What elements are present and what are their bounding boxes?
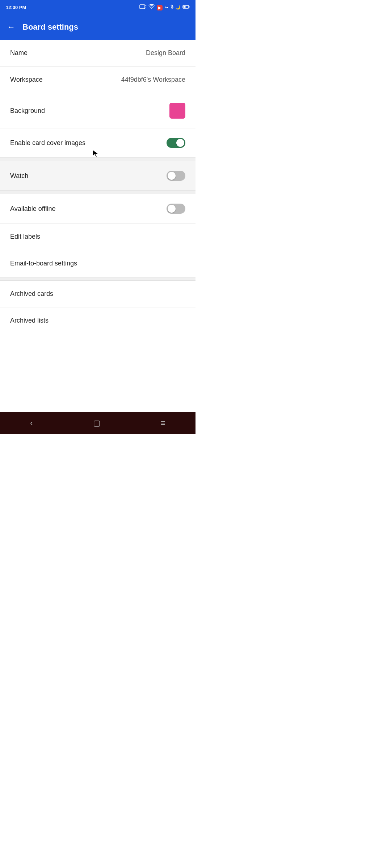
setting-row-name[interactable]: Name Design Board (0, 40, 196, 67)
setting-value-name: Design Board (146, 49, 185, 57)
setting-row-card-cover: Enable card cover images (0, 128, 196, 158)
setting-row-archived-cards[interactable]: Archived cards (0, 281, 196, 307)
svg-rect-0 (140, 5, 145, 9)
section-divider-watch (0, 158, 196, 161)
toggle-card-cover[interactable] (167, 138, 185, 148)
setting-label-workspace: Workspace (10, 76, 43, 84)
nav-home-button[interactable]: ▢ (93, 418, 101, 428)
toggle-knob-card-cover (176, 139, 184, 147)
background-color-swatch[interactable] (169, 103, 185, 119)
key-icon: 🗝 (164, 5, 168, 9)
bluetooth-icon (170, 4, 174, 10)
section-divider-archived (0, 277, 196, 281)
wifi-icon (148, 4, 155, 10)
setting-row-watch: Watch (0, 161, 196, 191)
moon-icon: 🌙 (176, 5, 181, 10)
toggle-knob-offline (168, 205, 176, 213)
setting-row-offline: Available offline (0, 194, 196, 224)
battery-icon (182, 5, 190, 10)
status-bar: 12:00 PM ▶ 🗝 (0, 0, 196, 14)
nav-back-button[interactable]: ‹ (30, 418, 33, 428)
setting-row-email-board[interactable]: Email-to-board settings (0, 250, 196, 277)
setting-label-email-board: Email-to-board settings (10, 260, 77, 267)
setting-row-edit-labels[interactable]: Edit labels (0, 224, 196, 250)
toggle-knob-watch (168, 172, 176, 180)
status-icons: ▶ 🗝 🌙 (139, 4, 190, 10)
toggle-offline[interactable] (167, 204, 185, 214)
setting-label-watch: Watch (10, 172, 28, 180)
setting-row-workspace[interactable]: Workspace 44f9dbf6's Workspace (0, 67, 196, 93)
setting-row-archived-lists[interactable]: Archived lists (0, 307, 196, 334)
setting-label-archived-cards: Archived cards (10, 290, 53, 298)
setting-label-name: Name (10, 49, 28, 57)
svg-rect-5 (184, 6, 186, 8)
setting-label-offline: Available offline (10, 205, 55, 213)
screen-record-icon: ▶ (157, 4, 163, 10)
back-button[interactable]: ← (7, 22, 15, 32)
nav-menu-button[interactable]: ≡ (161, 418, 165, 428)
page-title: Board settings (22, 22, 78, 32)
toggle-watch[interactable] (167, 171, 185, 181)
setting-label-card-cover: Enable card cover images (10, 139, 85, 147)
setting-label-edit-labels: Edit labels (10, 233, 40, 241)
setting-label-background: Background (10, 107, 45, 115)
setting-value-workspace: 44f9dbf6's Workspace (121, 76, 185, 84)
svg-rect-4 (189, 6, 190, 8)
status-time: 12:00 PM (6, 5, 26, 10)
screen-icon (139, 4, 147, 10)
setting-row-background[interactable]: Background (0, 93, 196, 128)
section-divider-watch-end (0, 191, 196, 194)
settings-content: Name Design Board Workspace 44f9dbf6's W… (0, 40, 196, 334)
header: ← Board settings (0, 14, 196, 40)
setting-label-archived-lists: Archived lists (10, 317, 49, 324)
nav-bar: ‹ ▢ ≡ (0, 412, 196, 434)
